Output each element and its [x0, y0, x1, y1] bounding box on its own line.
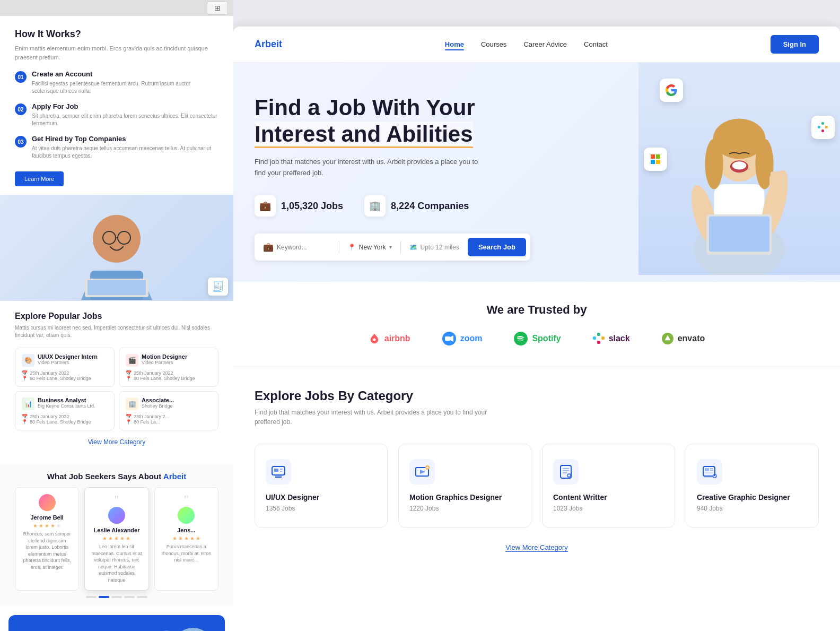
cat-count-2: 1023 Jobs — [553, 505, 664, 512]
category-card-3[interactable]: Creative Graphic Designer 940 Jobs — [686, 444, 819, 528]
svg-point-1 — [93, 215, 141, 263]
view-more-category-link[interactable]: View More Category — [505, 543, 568, 552]
search-bar: 💼 📍 New York ▾ 🗺️ Upto 12 miles Search J… — [255, 234, 530, 261]
category-card-2[interactable]: Content Writter 1023 Jobs — [542, 444, 675, 528]
svg-rect-42 — [601, 336, 605, 340]
cta-banner: Become a member and browse all jobs Sign… — [8, 615, 225, 631]
explore-title: Explore Popular Jobs — [15, 312, 218, 321]
zoom-logo[interactable]: zoom — [442, 332, 483, 345]
distance-value: Upto 12 miles — [421, 244, 459, 251]
spotify-icon — [514, 332, 528, 345]
testimonial-2: " Jens... ★★★★★ Purus maecenas a rhoncus… — [154, 487, 218, 591]
man-photo-area: 🧾 — [0, 195, 233, 301]
jobs-icon: 💼 — [255, 195, 276, 217]
location-icon-2: 📍 — [22, 419, 28, 425]
spotify-logo[interactable]: Spotify — [514, 332, 561, 345]
slack-logo[interactable]: slack — [593, 333, 630, 344]
stat-companies-text: 8,224 Companies — [391, 201, 469, 212]
stats-row: 💼 1,05,320 Jobs 🏢 8,224 Companies — [255, 195, 552, 217]
job-icon-3: 🏢 — [126, 397, 138, 410]
nav-logo[interactable]: Arbeit — [255, 39, 282, 50]
envato-logo[interactable]: envato — [662, 333, 705, 344]
step-num-2: 02 — [15, 103, 27, 115]
dot-2[interactable] — [111, 596, 122, 598]
keyword-input[interactable] — [277, 244, 335, 251]
job-title-1: Motion Designer — [142, 353, 187, 360]
carousel-dots — [15, 596, 218, 598]
t-stars-1: ★★★★★ — [91, 535, 142, 541]
nav-link-courses[interactable]: Courses — [481, 40, 506, 48]
job-date-1: 25th January 2022 — [134, 370, 173, 376]
sign-in-button[interactable]: Sign In — [771, 35, 819, 54]
quote-mark-2: " — [161, 494, 212, 507]
job-location-meta-0: 📍 80 Fels Lane, Shotley Bridge — [22, 376, 108, 381]
hero-right — [638, 63, 840, 275]
cat-icon-1 — [409, 459, 435, 485]
job-card-header-0: 🎨 UI/UX Designer Intern Video Partners — [22, 353, 108, 367]
view-more-center[interactable]: View More Category — [255, 542, 819, 552]
location-icon-3: 📍 — [126, 419, 132, 425]
search-button[interactable]: Search Job — [468, 238, 526, 256]
airbnb-logo[interactable]: airbnb — [369, 333, 410, 344]
category-section: Explore Jobs By Category Find job that m… — [233, 367, 840, 573]
category-card-0[interactable]: UI/UX Designer 1356 Jobs — [255, 444, 388, 528]
location-field[interactable]: 📍 New York ▾ — [344, 244, 396, 251]
step-desc-3: At vitae duis pharetra neque tellus accu… — [32, 145, 218, 160]
cat-title-2: Content Writter — [553, 493, 664, 502]
companies-icon: 🏢 — [364, 195, 386, 217]
right-panel: Arbeit Home Courses Career Advice Contac… — [233, 27, 840, 631]
nav-link-contact[interactable]: Contact — [584, 40, 608, 48]
svg-rect-49 — [280, 469, 283, 470]
how-it-works-title: How It Works? — [15, 29, 218, 40]
category-card-1[interactable]: Motion Graphics Designer 1220 Jobs — [398, 444, 531, 528]
distance-icon: 🗺️ — [409, 244, 417, 251]
testimonials-title-text: What Job Seekers Says About — [47, 472, 163, 481]
icon-box: ⊞ — [207, 1, 228, 15]
envato-icon — [662, 333, 673, 344]
step-desc-2: Sit pharetra, semper elit enim pharetra … — [32, 113, 218, 127]
calendar-icon-1: 📅 — [126, 370, 132, 376]
explore-subtitle: Mattis cursus mi laoreet nec sed. Imperd… — [15, 324, 218, 339]
svg-rect-20 — [651, 160, 655, 164]
cat-title-0: UI/UX Designer — [266, 493, 377, 502]
dot-0[interactable] — [86, 596, 97, 598]
companies-value: 8,224 Companies — [391, 201, 469, 212]
dot-3[interactable] — [124, 596, 135, 598]
t-text-1: Leo lorem leo sit maecenas. Cursus et at… — [91, 543, 142, 584]
svg-rect-50 — [280, 471, 282, 472]
t-name-1: Leslie Alexander — [91, 527, 142, 533]
svg-rect-17 — [821, 129, 824, 132]
view-more-anchor[interactable]: View More Category — [88, 438, 146, 446]
view-more-link[interactable]: View More Category — [15, 437, 218, 446]
stat-jobs: 💼 1,05,320 Jobs — [255, 195, 343, 217]
nav-link-career-advice[interactable]: Career Advice — [523, 40, 567, 48]
job-card-2[interactable]: 📊 Business Analyst Big Keyne Consultants… — [15, 391, 115, 430]
nav-link-home[interactable]: Home — [445, 40, 464, 48]
svg-rect-48 — [274, 469, 278, 472]
hero-woman-bg — [638, 63, 840, 275]
job-location-meta-3: 📍 80 Fels La... — [126, 419, 212, 425]
testimonial-1: " Leslie Alexander ★★★★★ Leo lorem leo s… — [84, 487, 148, 591]
svg-rect-40 — [593, 336, 596, 340]
learn-more-button[interactable]: Learn More — [15, 171, 64, 186]
job-company-1: Video Partners — [142, 360, 187, 365]
job-card-header-2: 📊 Business Analyst Big Keyne Consultants… — [22, 397, 108, 411]
svg-rect-15 — [821, 122, 824, 125]
search-field[interactable]: 💼 — [263, 242, 335, 252]
cat-icon-0 — [266, 459, 291, 485]
testimonials-title: What Job Seekers Says About Arbeit — [15, 472, 218, 481]
job-card-3[interactable]: 🏢 Associate... Shotley Bridge 📅 23th Jan… — [119, 391, 218, 430]
stat-jobs-text: 1,05,320 Jobs — [281, 201, 343, 212]
explore-jobs-section: Explore Popular Jobs Mattis cursus mi la… — [0, 301, 233, 463]
job-card-1[interactable]: 🎬 Motion Designer Video Partners 📅 25th … — [119, 348, 218, 387]
location-pin-icon: 📍 — [348, 244, 356, 251]
envato-text: envato — [678, 334, 705, 343]
job-meta-2: 📅 25th January 2022 — [22, 414, 108, 419]
job-title-3: Associate... — [142, 397, 174, 403]
dot-4[interactable] — [137, 596, 147, 598]
category-grid: UI/UX Designer 1356 Jobs Motion Graphics… — [255, 444, 819, 528]
dot-1[interactable] — [99, 596, 109, 598]
job-card-header-1: 🎬 Motion Designer Video Partners — [126, 353, 212, 367]
job-card-0[interactable]: 🎨 UI/UX Designer Intern Video Partners 📅… — [15, 348, 115, 387]
briefcase-icon: 💼 — [263, 242, 274, 252]
